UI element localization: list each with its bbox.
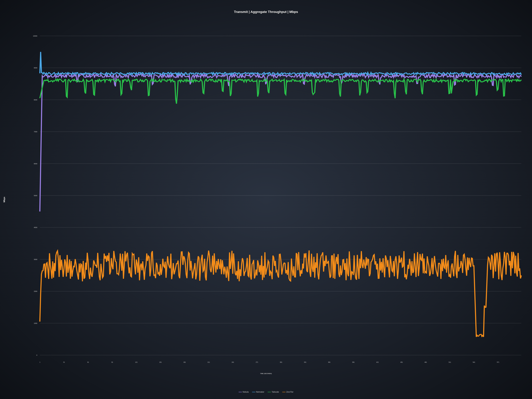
y-tick-label: 8000 — [31, 99, 37, 101]
chart-container: Transmit | Aggregate Throughput | Mbps M… — [0, 0, 532, 399]
x-axis-label: TIME (SECONDS) — [0, 373, 532, 374]
legend-item-zerotier: ZeroTier — [282, 391, 293, 393]
x-tick-label: 61 — [87, 361, 89, 363]
x-tick-label: 481 — [424, 361, 427, 363]
x-tick-label: 1 — [39, 361, 40, 363]
legend: NebulaNetmakerTailscaleZeroTier — [0, 391, 532, 393]
x-tick-label: 181 — [184, 361, 186, 363]
y-tick-label: 10000 — [31, 35, 37, 37]
series-group — [40, 52, 521, 337]
y-tick-label: 7000 — [31, 131, 37, 133]
y-tick-label: 2000 — [31, 291, 37, 292]
x-tick-label: 451 — [400, 361, 403, 363]
legend-label: Netmaker — [256, 391, 264, 393]
y-axis-label: Mbps — [3, 197, 6, 202]
x-tick-label: 241 — [232, 361, 234, 363]
legend-label: ZeroTier — [286, 391, 293, 393]
legend-label: Tailscale — [272, 391, 279, 393]
x-tick-label: 511 — [449, 361, 451, 363]
series-netmaker — [40, 52, 521, 75]
y-tick-label: 3000 — [31, 259, 37, 260]
y-tick-label: 5000 — [31, 195, 37, 196]
legend-item-nebula: Nebula — [239, 391, 249, 393]
y-tick-label: 0 — [31, 354, 37, 356]
x-tick-label: 571 — [497, 361, 499, 363]
x-tick-label: 211 — [208, 361, 210, 363]
x-tick-label: 271 — [256, 361, 258, 363]
legend-swatch-icon — [282, 392, 285, 392]
plot-svg — [40, 36, 521, 355]
gridlines — [40, 36, 521, 355]
x-tick-label: 301 — [280, 361, 282, 363]
x-tick-label: 331 — [304, 361, 306, 363]
y-tick-label: 9000 — [31, 67, 37, 69]
x-tick-label: 121 — [135, 361, 138, 363]
legend-label: Nebula — [243, 391, 249, 393]
series-nebula — [40, 74, 521, 212]
y-tick-label: 6000 — [31, 163, 37, 165]
x-tick-label: 151 — [159, 361, 162, 363]
series-tailscale — [40, 79, 521, 104]
x-tick-label: 91 — [111, 361, 113, 363]
legend-swatch-icon — [268, 392, 271, 392]
plot-area — [40, 36, 521, 355]
x-tick-label: 541 — [473, 361, 475, 363]
x-tick-label: 361 — [328, 361, 330, 363]
legend-item-netmaker: Netmaker — [252, 391, 264, 393]
x-tick-label: 391 — [352, 361, 355, 363]
chart-title: Transmit | Aggregate Throughput | Mbps — [0, 10, 532, 14]
series-zerotier — [40, 250, 521, 337]
legend-swatch-icon — [252, 392, 255, 392]
legend-swatch-icon — [239, 392, 242, 392]
x-tick-label: 31 — [63, 361, 65, 363]
y-tick-label: 4000 — [31, 227, 37, 228]
y-tick-label: 1000 — [31, 322, 37, 324]
x-tick-label: 421 — [376, 361, 379, 363]
legend-item-tailscale: Tailscale — [268, 391, 279, 393]
